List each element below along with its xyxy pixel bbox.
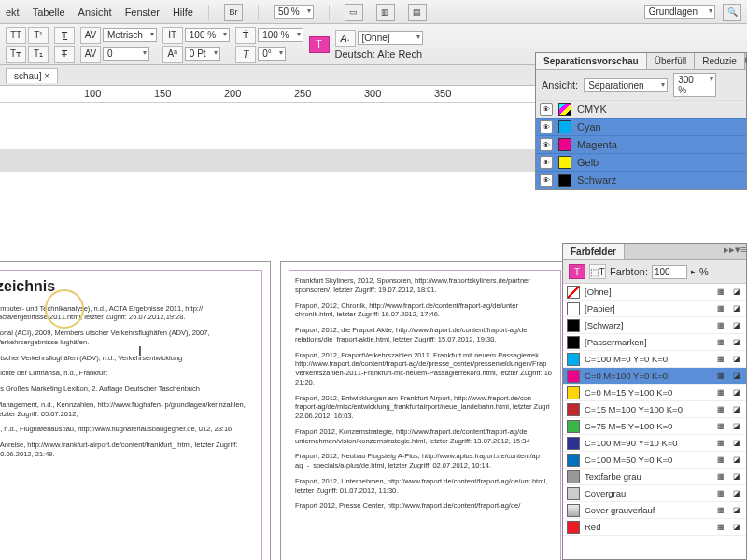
arrange-icon[interactable]: ▤: [408, 4, 427, 21]
swatch-type-icon: ▦: [715, 438, 726, 449]
swatch-item[interactable]: C=100 M=50 Y=0 K=0▦◪: [563, 452, 746, 469]
menubar: ekt Tabelle Ansicht Fenster Hilfe Br 50 …: [0, 0, 747, 24]
swatch-type-icon: ▦: [715, 354, 726, 365]
sep-zoom-dropdown[interactable]: 300 %: [673, 73, 716, 97]
swatch-type-icon: ▦: [715, 287, 726, 298]
menu-ansicht[interactable]: Ansicht: [78, 7, 112, 18]
swatch-type-icon: ▦: [715, 455, 726, 466]
paragraph: Fraport, 2012, Entwicklungen am Frankfur…: [295, 394, 555, 421]
swatch-type-icon: ▦: [715, 471, 726, 483]
page-right[interactable]: Frankfurt Skyliners, 2012, Sponsoren, ht…: [280, 261, 570, 560]
swatch-type-icon: ▦: [715, 421, 726, 432]
panel-collapse-icon[interactable]: ▸▸: [724, 244, 735, 259]
charstyle-dropdown[interactable]: [Ohne]: [358, 31, 423, 45]
swatch-item[interactable]: Cover grauverlauf▦◪: [563, 502, 746, 519]
stroke-swatch-icon[interactable]: ⬚T: [589, 264, 606, 279]
menu-tabelle[interactable]: Tabelle: [33, 7, 65, 18]
swatch-item[interactable]: Covergrau▦◪: [563, 485, 746, 502]
bridge-button[interactable]: Br: [224, 4, 243, 21]
color-mode-icon: ◪: [731, 387, 742, 399]
skew-icon: T: [235, 46, 256, 63]
swatch-item[interactable]: [Ohne]▦◪: [563, 284, 746, 301]
swatch-item[interactable]: C=100 M=90 Y=10 K=0▦◪: [563, 435, 746, 452]
paragraph: e, n.d., Flughafenausbau, http://www.flu…: [0, 425, 256, 434]
swatch-item[interactable]: C=75 M=5 Y=100 K=0▦◪: [563, 418, 746, 435]
zoom-dropdown[interactable]: 50 %: [274, 5, 314, 19]
color-mode-icon: ◪: [731, 522, 742, 533]
paragraph: Frankfurt Skyliners, 2012, Sponsoren, ht…: [295, 276, 555, 295]
baseline-dropdown[interactable]: 0 Pt: [185, 47, 220, 61]
color-mode-icon: ◪: [731, 371, 742, 382]
paragraph: Fraport 2012, Konzernstrategie, http://w…: [295, 427, 555, 446]
ansicht-dropdown[interactable]: Separationen: [584, 78, 668, 92]
swatch-type-icon: ▦: [715, 488, 726, 499]
paragraph: , Anreise, http://www.frankfurt-airport.…: [0, 441, 256, 459]
tracking-icon: A͏V: [80, 46, 101, 63]
skew-dropdown[interactable]: 0°: [258, 47, 286, 61]
swatch-item[interactable]: C=0 M=15 Y=100 K=0▦◪: [563, 385, 746, 401]
menu-hilfe[interactable]: Hilfe: [173, 7, 193, 18]
tab-separations[interactable]: Separationsvorschau: [536, 53, 647, 69]
superscript-btn[interactable]: T¹: [28, 27, 49, 44]
workspace-dropdown[interactable]: Grundlagen: [644, 5, 715, 19]
view-mode-icon[interactable]: ▭: [345, 4, 363, 21]
text-frame-left[interactable]: zeichnis omputer- und Technikanalyse), n…: [0, 270, 262, 560]
visibility-toggle[interactable]: 👁: [540, 174, 553, 187]
tab-reduce[interactable]: Reduzie: [695, 53, 745, 69]
visibility-toggle[interactable]: 👁: [540, 103, 553, 116]
separation-item[interactable]: 👁CMYK: [536, 101, 746, 119]
search-icon[interactable]: 🔍: [723, 4, 741, 21]
swatch-type-icon: ▦: [715, 303, 726, 315]
tab-farbfelder[interactable]: Farbfelder: [563, 244, 625, 259]
vscale-dropdown[interactable]: 100 %: [258, 28, 303, 42]
tt-small-btn[interactable]: Tᴛ: [6, 46, 26, 63]
hscale-icon: IT: [162, 27, 183, 44]
swatch-type-icon: ▦: [715, 522, 726, 533]
farbton-input[interactable]: [652, 265, 687, 279]
percent-label: %: [699, 266, 709, 277]
swatch-item[interactable]: C=100 M=0 Y=0 K=0▦◪: [563, 351, 746, 368]
color-mode-icon: ◪: [731, 354, 742, 365]
kerning-dropdown[interactable]: Metrisch: [103, 28, 157, 42]
page-left[interactable]: zeichnis omputer- und Technikanalyse), n…: [0, 261, 271, 560]
swatch-item[interactable]: C=15 M=100 Y=100 K=0▦◪: [563, 401, 746, 418]
charstyle-icon: A.: [335, 30, 356, 47]
strike-btn[interactable]: T̶: [54, 46, 75, 63]
swatches-panel: Farbfelder ▸▸ ▾≡ T ⬚T Farbton: ▸ % [Ohne…: [562, 243, 747, 560]
menu-fenster[interactable]: Fenster: [125, 7, 160, 18]
swatch-item[interactable]: [Papier]▦◪: [563, 301, 746, 317]
screen-mode-icon[interactable]: ▥: [376, 4, 395, 21]
swatch-item[interactable]: [Schwarz]▦◪: [563, 317, 746, 334]
hscale-dropdown[interactable]: 100 %: [185, 28, 230, 42]
paragraph: omputer- und Technikanalyse), n.d., ACTA…: [0, 304, 256, 323]
panel-menu-icon[interactable]: ▾≡: [735, 244, 746, 259]
paragraph: Fraport, 2012, Chronik, http://www.frapo…: [295, 301, 555, 320]
subscript-btn[interactable]: T₁: [28, 46, 49, 63]
separation-item[interactable]: 👁Schwarz: [536, 172, 746, 189]
paragraph: Fraport, 2012, Unternehmen, http://www.f…: [295, 477, 555, 496]
swatch-item[interactable]: [Passermarken]▦◪: [563, 334, 746, 351]
text-frame-right[interactable]: Frankfurt Skyliners, 2012, Sponsoren, ht…: [289, 270, 561, 560]
paragraph: Fraport 2012, Presse Center, http://www.…: [295, 501, 555, 511]
color-mode-icon: ◪: [731, 287, 742, 298]
color-mode-icon: ◪: [731, 421, 742, 432]
swatch-item[interactable]: C=0 M=100 Y=0 K=0▦◪: [563, 368, 746, 385]
paragraph: tional (ACI), 2009, Members utscher Verk…: [0, 329, 256, 347]
visibility-toggle[interactable]: 👁: [540, 120, 553, 133]
visibility-toggle[interactable]: 👁: [540, 156, 553, 169]
underline-btn[interactable]: T̲: [54, 27, 75, 44]
fill-swatch-icon[interactable]: T: [569, 264, 585, 279]
separation-item[interactable]: 👁Cyan: [536, 119, 746, 136]
fill-color-btn[interactable]: T: [309, 36, 330, 53]
document-tab[interactable]: schau] ×: [6, 68, 58, 83]
swatch-item[interactable]: Textfarbe grau▦◪: [563, 469, 746, 485]
tab-overfill[interactable]: Überfüll: [647, 53, 695, 69]
separations-panel: Separationsvorschau Überfüll Reduzie ▸≡ …: [535, 52, 747, 190]
menu-objekt[interactable]: ekt: [6, 7, 20, 18]
tt-caps-btn[interactable]: TT: [6, 27, 26, 44]
swatch-item[interactable]: Red▦◪: [563, 519, 746, 536]
separation-item[interactable]: 👁Gelb: [536, 154, 746, 172]
visibility-toggle[interactable]: 👁: [540, 138, 553, 151]
separation-item[interactable]: 👁Magenta: [536, 136, 746, 154]
tracking-dropdown[interactable]: 0: [103, 47, 149, 61]
